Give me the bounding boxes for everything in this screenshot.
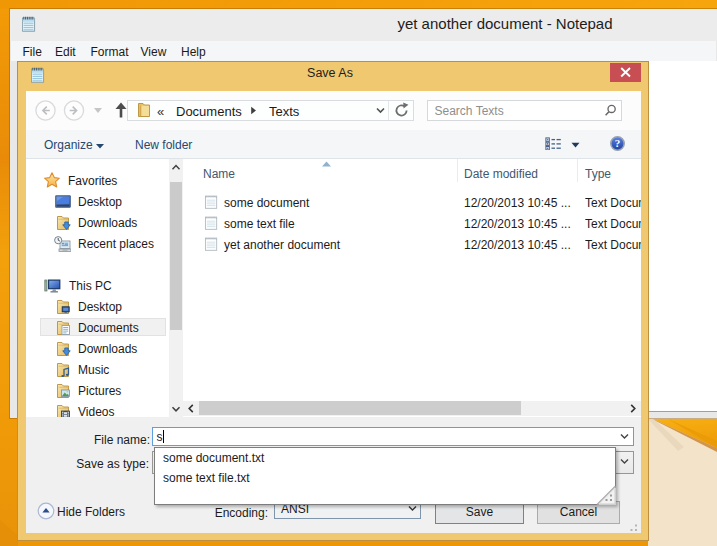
svg-text:?: ? (615, 137, 621, 149)
